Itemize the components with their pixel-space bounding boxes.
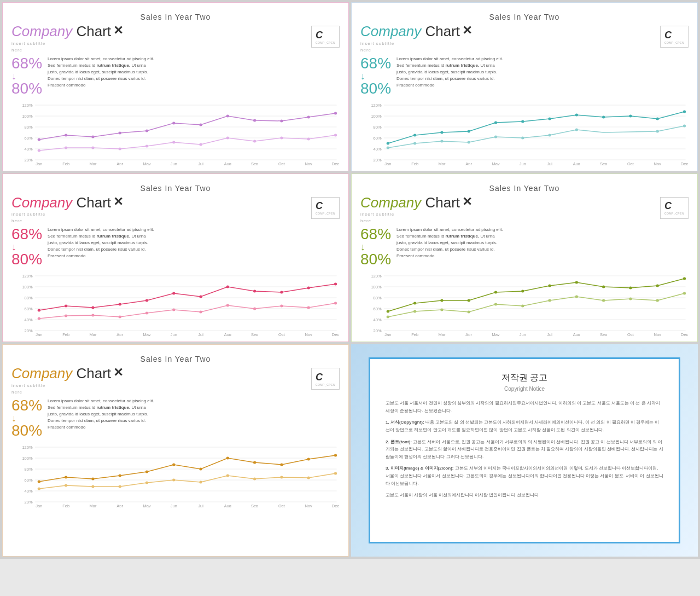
svg-text:May: May (143, 161, 151, 165)
subtitle-1: insert subtitlehere (11, 40, 157, 54)
svg-text:20%: 20% (25, 328, 33, 333)
svg-text:Jul: Jul (198, 161, 203, 165)
svg-point-174 (602, 286, 605, 288)
svg-text:80%: 80% (25, 125, 33, 130)
desc-3: Lorem ipsum dolor sit amet, consectetur … (48, 227, 157, 259)
svg-point-118 (38, 309, 40, 312)
svg-point-38 (91, 146, 94, 149)
svg-point-141 (334, 302, 337, 305)
svg-point-122 (145, 299, 148, 302)
svg-text:120%: 120% (22, 274, 33, 279)
x-icon-1: ✕ (113, 25, 123, 37)
svg-point-227 (65, 484, 67, 487)
svg-text:Dec: Dec (681, 161, 689, 165)
desc-4: Lorem ipsum dolor sit amet, consectetur … (396, 227, 506, 259)
x-icon-4: ✕ (462, 196, 472, 208)
svg-point-40 (145, 144, 148, 147)
svg-text:Aug: Aug (224, 161, 231, 165)
card-orange: Sales In Year Two Company Chart ✕ insert… (2, 344, 349, 557)
svg-point-170 (494, 291, 497, 294)
svg-point-89 (521, 136, 524, 139)
svg-text:100%: 100% (22, 456, 33, 461)
svg-point-84 (387, 146, 389, 149)
svg-point-93 (683, 124, 686, 127)
svg-text:100%: 100% (371, 114, 382, 119)
svg-text:Feb: Feb (411, 161, 418, 165)
svg-text:Nov: Nov (305, 332, 313, 336)
chart-svg-5: 120% 100% 80% 60% 40% 20% Jan Feb Mar Ap… (11, 442, 340, 507)
desc-1: Lorem ipsum dolor sit amet, consectetur … (48, 56, 157, 89)
svg-text:Sep: Sep (600, 332, 607, 336)
svg-point-223 (280, 463, 283, 466)
svg-point-82 (656, 117, 659, 120)
logo-box-5: C COMP_CPEN (311, 368, 340, 390)
svg-point-172 (548, 285, 551, 287)
svg-text:Nov: Nov (305, 504, 313, 507)
svg-point-222 (253, 461, 256, 464)
svg-point-119 (65, 305, 67, 308)
svg-text:Dec: Dec (332, 332, 340, 336)
svg-point-120 (91, 306, 94, 309)
chart-area-2: 120% 100% 80% 60% 40% 20% Jan Feb Mar Ap… (360, 100, 689, 165)
svg-point-46 (307, 137, 310, 140)
chart-svg-1: 120% 100% 80% 60% 40% 20% Jan Feb Mar Ap… (11, 100, 340, 165)
svg-point-138 (253, 308, 256, 310)
svg-text:Jun: Jun (171, 161, 177, 165)
chart-title-4: Sales In Year Two (360, 184, 689, 193)
chart-title-3: Sales In Year Two (11, 184, 340, 193)
svg-text:Sep: Sep (251, 332, 258, 336)
card-copyright: 저작권 공고 Copyright Notice 고본도 서울 서울서이 전면이 … (351, 344, 698, 557)
subtitle-4: insert subtitlehere (360, 211, 506, 224)
svg-point-72 (387, 142, 389, 144)
svg-text:120%: 120% (371, 103, 382, 108)
svg-text:Aug: Aug (573, 332, 580, 336)
svg-text:Jan: Jan (384, 332, 391, 336)
svg-text:80%: 80% (25, 296, 33, 300)
svg-point-182 (494, 303, 497, 306)
svg-text:Apr: Apr (116, 161, 123, 165)
svg-point-214 (38, 480, 40, 483)
svg-point-88 (494, 135, 497, 138)
svg-point-134 (145, 312, 148, 315)
copyright-subtitle: Copyright Notice (386, 386, 663, 392)
svg-point-91 (575, 128, 578, 131)
svg-text:Oct: Oct (627, 332, 634, 336)
subtitle-3: insert subtitlehere (11, 211, 157, 224)
svg-point-43 (226, 136, 229, 139)
svg-point-220 (199, 467, 202, 470)
svg-point-135 (172, 309, 175, 311)
svg-text:Mar: Mar (438, 332, 446, 336)
svg-text:20%: 20% (25, 500, 33, 505)
svg-text:Jun: Jun (171, 332, 177, 336)
svg-point-41 (172, 141, 175, 143)
svg-text:120%: 120% (371, 274, 382, 279)
svg-point-225 (334, 454, 337, 456)
chart-title-1: Sales In Year Two (11, 13, 340, 21)
svg-point-219 (172, 463, 175, 466)
svg-point-74 (440, 131, 443, 134)
svg-text:Oct: Oct (627, 161, 634, 165)
svg-text:100%: 100% (22, 114, 33, 119)
company-title-5: Company Chart (11, 366, 111, 381)
stat-pct1-4: 68% (360, 227, 391, 242)
svg-point-226 (38, 487, 40, 490)
svg-text:100%: 100% (22, 285, 33, 290)
svg-text:60%: 60% (25, 306, 33, 311)
svg-point-77 (521, 120, 524, 123)
main-grid: Sales In Year Two Company Chart ✕ insert… (0, 0, 700, 559)
svg-point-167 (413, 302, 416, 305)
svg-point-237 (334, 472, 337, 475)
desc-5: Lorem ipsum dolor sit amet, consectetur … (48, 398, 157, 431)
svg-point-125 (226, 286, 229, 288)
svg-text:Aug: Aug (224, 504, 231, 507)
stat-pct2-5: 80% (11, 423, 42, 438)
svg-point-178 (387, 316, 389, 319)
chart-area-3: 120% 100% 80% 60% 40% 20% Jan Feb Mar Ap… (11, 270, 340, 336)
x-icon-3: ✕ (113, 196, 123, 208)
svg-point-235 (280, 476, 283, 478)
svg-point-31 (226, 114, 229, 117)
svg-text:40%: 40% (25, 317, 33, 322)
svg-point-137 (226, 304, 229, 307)
svg-point-228 (91, 485, 94, 488)
svg-point-173 (575, 281, 578, 284)
